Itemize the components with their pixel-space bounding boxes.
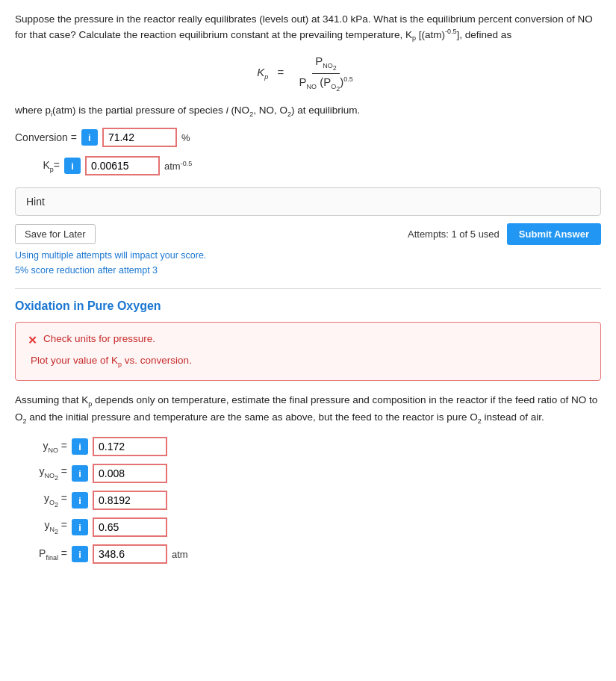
- error-message: Check units for pressure.: [43, 333, 155, 344]
- kp-row: Kp= i atm-0.5: [30, 156, 601, 175]
- mole-fraction-rows: yNO = i yNO2 = i yO2 = i yN2 = i Pfinal …: [15, 437, 601, 564]
- yno-row: yNO = i: [15, 437, 601, 456]
- yno-info-button[interactable]: i: [72, 438, 88, 455]
- kp-unit: atm-0.5: [164, 160, 192, 172]
- attempts-text: Attempts: 1 of 5 used: [408, 228, 500, 240]
- where-text: where pi(atm) is the partial pressure of…: [15, 105, 601, 118]
- score-notes: Using multiple attempts will impact your…: [15, 248, 601, 278]
- yo2-row: yO2 = i: [15, 491, 601, 510]
- yo2-input[interactable]: [93, 491, 167, 510]
- error-box: ✕ Check units for pressure. Plot your va…: [15, 322, 601, 381]
- hint-title: Hint: [26, 196, 45, 208]
- yo2-label: yO2 =: [15, 492, 67, 509]
- conversion-unit: %: [181, 132, 190, 143]
- pfinal-row: Pfinal = i atm: [15, 544, 601, 564]
- conversion-info-button[interactable]: i: [81, 129, 98, 146]
- save-later-button[interactable]: Save for Later: [15, 224, 96, 244]
- error-line: ✕ Check units for pressure.: [28, 333, 588, 347]
- pfinal-label: Pfinal =: [15, 547, 67, 562]
- yn2-input[interactable]: [93, 517, 167, 537]
- submit-button[interactable]: Submit Answer: [507, 223, 601, 245]
- yno2-row: yNO2 = i: [15, 464, 601, 483]
- yn2-row: yN2 = i: [15, 517, 601, 537]
- yno2-input[interactable]: [93, 464, 167, 483]
- hint-box: Hint: [15, 187, 601, 216]
- plot-hint: Plot your value of Kp vs. conversion.: [28, 355, 588, 368]
- yn2-label: yN2 =: [15, 519, 67, 535]
- lower-problem-text: Assuming that Kp depends only on tempera…: [15, 393, 601, 426]
- pfinal-unit: atm: [172, 549, 188, 560]
- yno-label: yNO =: [15, 440, 67, 454]
- pfinal-input[interactable]: [93, 544, 167, 564]
- bottom-bar: Save for Later Attempts: 1 of 5 used Sub…: [15, 223, 601, 245]
- problem-statement: Suppose the pressure in the reactor real…: [15, 12, 601, 44]
- conversion-row: Conversion = i %: [15, 128, 601, 147]
- yno2-label: yNO2 =: [15, 465, 67, 482]
- kp-label: Kp=: [30, 159, 60, 173]
- divider: [15, 288, 601, 289]
- conversion-label: Conversion =: [15, 131, 77, 143]
- kp-input[interactable]: [85, 156, 160, 175]
- kp-info-button[interactable]: i: [64, 158, 81, 174]
- section-title: Oxidation in Pure Oxygen: [15, 299, 601, 313]
- attempts-area: Attempts: 1 of 5 used Submit Answer: [408, 223, 601, 245]
- pfinal-info-button[interactable]: i: [72, 546, 88, 562]
- yno2-info-button[interactable]: i: [72, 465, 88, 482]
- yn2-info-button[interactable]: i: [72, 519, 88, 535]
- error-icon: ✕: [28, 334, 37, 347]
- formula-display: Kp = PNO2 PNO (PO2)0.5: [15, 55, 601, 93]
- yo2-info-button[interactable]: i: [72, 492, 88, 509]
- yno-input[interactable]: [93, 437, 167, 456]
- conversion-input[interactable]: [102, 128, 177, 147]
